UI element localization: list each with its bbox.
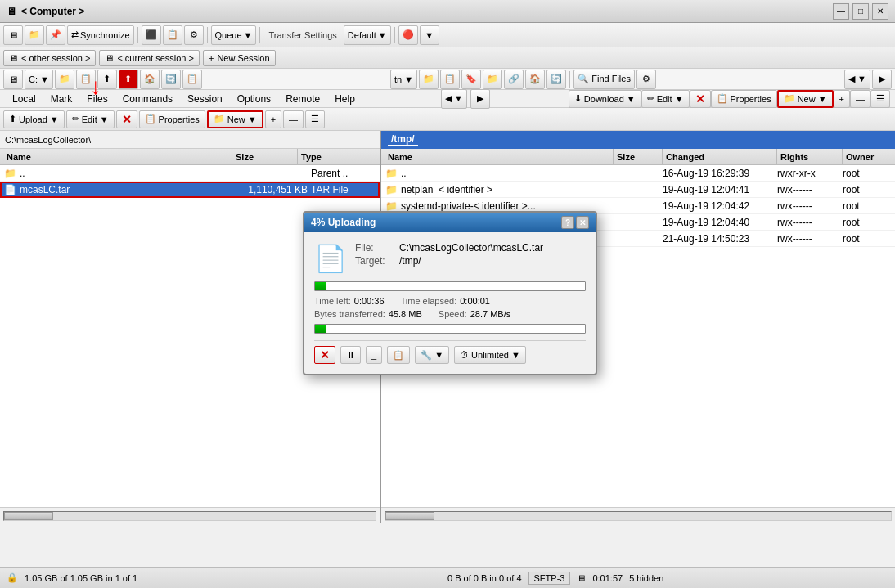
left-nav-btn-2[interactable]: —: [283, 110, 304, 128]
left-edit-button[interactable]: ✏ Edit ▼: [66, 110, 115, 128]
left-new-button[interactable]: 📁 New ▼: [207, 110, 263, 128]
icon-btn-1[interactable]: ⬛: [142, 25, 161, 45]
remote-row-parent[interactable]: 📁 .. 16-Aug-19 16:29:39 rwxr-xr-x root: [381, 165, 895, 182]
left-delete-button[interactable]: ✕: [116, 110, 137, 128]
upload-button[interactable]: ⬆ Upload ▼: [3, 110, 65, 128]
col-size-right[interactable]: Size: [614, 149, 663, 164]
new-icon-right: 📁: [784, 93, 795, 104]
remote-row-netplan[interactable]: 📁 netplan_< identifier > 19-Aug-19 12:04…: [381, 182, 895, 198]
nav-forward-btn[interactable]: ▶: [872, 70, 892, 89]
drive-btn-5[interactable]: 🏠: [140, 70, 160, 89]
new-session-button[interactable]: + New Session: [203, 50, 276, 66]
new-site-button[interactable]: 🖥: [3, 25, 23, 45]
minimize-button[interactable]: —: [833, 3, 849, 20]
remote-drive-btn-7[interactable]: 🏠: [525, 70, 545, 89]
dialog-minimize-btn[interactable]: _: [366, 346, 382, 364]
remote-drive-btn-3[interactable]: 📋: [440, 70, 460, 89]
dialog-pause-btn[interactable]: ⏸: [340, 346, 361, 364]
left-file-row-mcas[interactable]: 📄 mcasLC.tar 1,110,451 KB TAR File: [0, 182, 380, 198]
toolbar-icon-btn-5[interactable]: 🔴: [398, 25, 418, 45]
menu-help[interactable]: Help: [327, 91, 362, 107]
remote-nav-btn-3[interactable]: ☰: [870, 90, 890, 108]
icon-btn-3[interactable]: ⚙: [184, 25, 204, 45]
right-scrollbar[interactable]: [385, 511, 892, 521]
maximize-button[interactable]: □: [852, 3, 869, 20]
transfer-profile-dropdown[interactable]: Default ▼: [344, 25, 391, 45]
close-button[interactable]: ✕: [872, 3, 888, 20]
time-left-label: Time left:: [314, 296, 351, 306]
remote-drive-btn-1[interactable]: tn ▼: [390, 70, 417, 89]
current-session-button[interactable]: 🖥 < current session >: [99, 50, 200, 66]
menu-mark[interactable]: Mark: [43, 91, 80, 107]
left-scroll-thumb[interactable]: [4, 512, 53, 520]
icon-btn-2[interactable]: 📋: [163, 25, 182, 45]
remote-drive-btn-4[interactable]: 🔖: [461, 70, 481, 89]
sep-2: [207, 27, 208, 43]
drive-btn-7[interactable]: 📋: [182, 70, 202, 89]
time-elapsed-group: Time elapsed: 0:00:01: [401, 296, 490, 306]
dialog-file-row: 📄 File: C:\mcasLogCollector\mcasLC.tar T…: [314, 242, 586, 275]
left-status: 1.05 GB of 1.05 GB in 1 of 1: [25, 573, 137, 583]
dialog-copy-btn[interactable]: 📋: [387, 346, 410, 364]
nav-back-btn[interactable]: ◀ ▼: [844, 70, 870, 89]
menu-local[interactable]: Local: [5, 91, 43, 107]
col-size-left[interactable]: Size: [232, 149, 298, 164]
remote-drive-btn-8[interactable]: 🔄: [546, 70, 566, 89]
dialog-speed-btn[interactable]: ⏱ Unlimited ▼: [454, 346, 526, 364]
dialog-close-btn[interactable]: ✕: [576, 216, 589, 229]
remote-edit-button[interactable]: ✏ Edit ▼: [641, 90, 690, 108]
dialog-cancel-btn[interactable]: ✕: [314, 346, 335, 364]
remote-delete-button[interactable]: ✕: [690, 90, 711, 108]
left-file-row-parent[interactable]: 📁 .. Parent ..: [0, 165, 380, 182]
drive-icon-btn[interactable]: 🖥: [3, 70, 23, 89]
remote-settings-btn[interactable]: ⚙: [636, 70, 656, 89]
right-scroll-thumb[interactable]: [385, 512, 434, 520]
remote-nav-btn-2[interactable]: —: [850, 90, 870, 108]
menu-commands[interactable]: Commands: [115, 91, 180, 107]
menu-session[interactable]: Session: [180, 91, 230, 107]
bookmark-button[interactable]: 📌: [46, 25, 65, 45]
remote-drive-btn-5[interactable]: 📁: [483, 70, 502, 89]
col-type-left[interactable]: Type: [298, 149, 363, 164]
drive-btn-6[interactable]: 🔄: [161, 70, 181, 89]
queue-dropdown[interactable]: Queue ▼: [211, 25, 257, 45]
left-scrollbar[interactable]: [3, 511, 376, 521]
drive-btn-4[interactable]: ⬆: [119, 70, 138, 89]
col-name-right[interactable]: Name: [385, 149, 614, 164]
progress-bar-main: [314, 281, 586, 291]
title-bar: 🖥 < Computer > — □ ✕: [0, 0, 895, 23]
col-owner-right[interactable]: Owner: [843, 149, 892, 164]
transfer-left-btn[interactable]: ◀ ▼: [441, 89, 467, 109]
menu-remote[interactable]: Remote: [278, 91, 327, 107]
window-controls[interactable]: — □ ✕: [833, 3, 888, 20]
drive-btn-1[interactable]: 📁: [55, 70, 74, 89]
left-nav-btn-3[interactable]: ☰: [305, 110, 325, 128]
remote-drive-btn-2[interactable]: 📁: [419, 70, 439, 89]
transfer-right-btn[interactable]: ▶: [470, 89, 490, 109]
remote-properties-button[interactable]: 📋 Properties: [711, 90, 777, 108]
col-rights-right[interactable]: Rights: [777, 149, 843, 164]
dialog-options-btn[interactable]: 🔧 ▼: [415, 346, 449, 364]
drive-select[interactable]: C: ▼: [25, 70, 53, 89]
remote-nav-btn-1[interactable]: +: [834, 90, 850, 108]
col-name-left[interactable]: Name: [3, 149, 232, 164]
other-session-button[interactable]: 🖥 < other session >: [3, 50, 96, 66]
remote-new-button[interactable]: 📁 New ▼: [777, 90, 834, 108]
find-files-button[interactable]: 🔍 Find Files: [573, 70, 635, 89]
left-nav-btn-1[interactable]: +: [265, 110, 281, 128]
remote-path-bar: /tmp/: [381, 131, 895, 149]
left-properties-button[interactable]: 📋 Properties: [139, 110, 205, 128]
open-dir-button[interactable]: 📁: [25, 25, 44, 45]
menu-options[interactable]: Options: [230, 91, 278, 107]
dialog-help-btn[interactable]: ?: [561, 216, 574, 229]
synchronize-button[interactable]: ⇄ Synchronize: [67, 25, 134, 45]
download-button[interactable]: ⬇ Download ▼: [569, 90, 641, 108]
toolbar-icon-btn-6[interactable]: ▼: [420, 25, 439, 45]
dialog-controls[interactable]: ? ✕: [561, 216, 589, 229]
remote-drive-btn-6[interactable]: 🔗: [504, 70, 524, 89]
progress-bar-secondary: [314, 324, 586, 334]
progress-bar-fill-2: [315, 325, 326, 333]
dialog-target-field: Target: /tmp/: [355, 255, 586, 267]
copy-icon: 📋: [393, 350, 404, 361]
col-changed-right[interactable]: Changed: [663, 149, 777, 164]
